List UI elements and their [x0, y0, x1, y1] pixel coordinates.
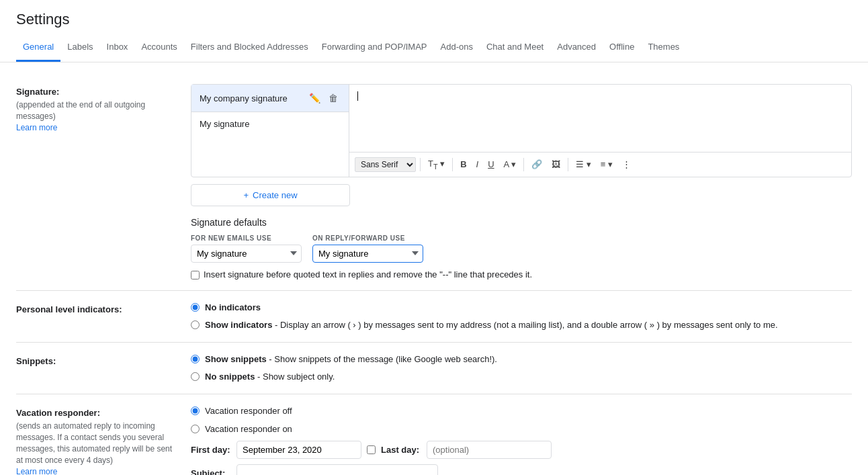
text-color-btn[interactable]: A ▾ [501, 157, 520, 171]
font-size-btn[interactable]: TT ▾ [425, 157, 448, 173]
nav-tab-offline[interactable]: Offline [603, 34, 641, 62]
nav-tab-themes[interactable]: Themes [641, 34, 686, 62]
sig-reply-group: ON REPLY/FORWARD USE My signature My com… [312, 234, 423, 263]
sig-insert-checkbox-row: Insert signature before quoted text in r… [191, 269, 852, 279]
signature-item-1-name: My company signature [200, 93, 288, 103]
link-btn[interactable]: 🔗 [528, 157, 546, 171]
bold-btn[interactable]: B [457, 157, 470, 171]
vac-on-radio[interactable] [191, 425, 200, 433]
last-day-checkbox[interactable] [367, 445, 376, 454]
no-indicators-label: No indicators [205, 302, 261, 314]
toolbar-separator-1 [420, 158, 421, 171]
nav-tab-addons[interactable]: Add-ons [434, 34, 480, 62]
sig-defaults-selects-row: FOR NEW EMAILS USE My signature My compa… [191, 234, 852, 263]
vac-off-item: Vacation responder off [191, 405, 852, 417]
snippets-row: Snippets: Show snippets - Show snippets … [16, 343, 852, 394]
align-btn[interactable]: ☰ ▾ [572, 157, 595, 171]
no-indicators-item: No indicators [191, 302, 852, 314]
nav-tab-labels[interactable]: Labels [60, 34, 99, 62]
signature-label-col: Signature: (appended at the end of all o… [16, 84, 191, 279]
last-day-input[interactable] [427, 441, 552, 459]
signature-edit-btn[interactable]: ✏️ [306, 91, 323, 105]
settings-content: Signature: (appended at the end of all o… [0, 62, 868, 475]
signature-editor: Sans Serif Serif Fixed width TT ▾ B I U … [349, 85, 851, 177]
signature-sublabel: (appended at the end of all outgoing mes… [16, 99, 177, 122]
create-new-label: Create new [253, 190, 297, 200]
underline-btn[interactable]: U [484, 157, 497, 171]
sig-insert-checkbox[interactable] [191, 271, 200, 279]
sig-new-emails-select[interactable]: My signature My company signature No sig… [191, 245, 302, 263]
sig-reply-select[interactable]: My signature My company signature No sig… [312, 245, 423, 263]
signature-learn-more[interactable]: Learn more [16, 123, 57, 132]
toolbar-separator-3 [523, 158, 524, 171]
vacation-first-day-row: First day: Last day: [191, 441, 852, 459]
editor-toolbar: Sans Serif Serif Fixed width TT ▾ B I U … [349, 152, 851, 177]
show-indicators-radio[interactable] [191, 320, 200, 329]
create-new-button[interactable]: + Create new [191, 184, 350, 206]
signature-delete-btn[interactable]: 🗑 [326, 91, 341, 105]
signature-label: Signature: [16, 87, 59, 97]
no-snippets-item: No snippets - Show subject only. [191, 371, 852, 383]
show-indicators-label: Show indicators - Display an arrow ( › )… [205, 319, 778, 331]
signature-editor-area[interactable] [349, 85, 851, 152]
no-snippets-radio[interactable] [191, 372, 200, 381]
more-btn[interactable]: ⋮ [619, 157, 634, 171]
personal-level-content: No indicators Show indicators - Display … [191, 302, 852, 331]
show-snippets-desc: - Show snippets of the message (like Goo… [267, 354, 497, 364]
personal-level-label-col: Personal level indicators: [16, 302, 191, 331]
nav-tab-accounts[interactable]: Accounts [134, 34, 183, 62]
personal-level-label: Personal level indicators: [16, 304, 122, 314]
sig-new-emails-label: FOR NEW EMAILS USE [191, 234, 302, 242]
personal-level-row: Personal level indicators: No indicators… [16, 291, 852, 343]
last-day-label: Last day: [381, 445, 421, 455]
signature-item-2[interactable]: My signature [191, 112, 349, 136]
settings-nav: GeneralLabelsInboxAccountsFilters and Bl… [0, 34, 868, 62]
toolbar-separator-4 [568, 158, 568, 171]
signature-row: Signature: (appended at the end of all o… [16, 73, 852, 291]
sig-new-emails-group: FOR NEW EMAILS USE My signature My compa… [191, 234, 302, 263]
vacation-content: Vacation responder off Vacation responde… [191, 405, 852, 475]
sig-defaults-title: Signature defaults [191, 217, 852, 228]
image-btn[interactable]: 🖼 [548, 157, 564, 171]
subject-input[interactable] [236, 464, 438, 475]
sig-reply-label: ON REPLY/FORWARD USE [312, 234, 423, 242]
vacation-sublabel: (sends an automated reply to incoming me… [16, 421, 177, 466]
nav-tab-advanced[interactable]: Advanced [550, 34, 603, 62]
toolbar-separator-2 [452, 158, 453, 171]
list-btn[interactable]: ≡ ▾ [597, 157, 616, 171]
vac-off-radio[interactable] [191, 406, 200, 415]
no-snippets-desc: - Show subject only. [255, 372, 335, 382]
signature-item-1[interactable]: My company signature ✏️ 🗑 [191, 85, 349, 112]
snippets-content: Show snippets - Show snippets of the mes… [191, 353, 852, 383]
vacation-label: Vacation responder: [16, 408, 100, 418]
sig-insert-label: Insert signature before quoted text in r… [204, 269, 532, 279]
font-family-select[interactable]: Sans Serif Serif Fixed width [355, 157, 416, 172]
vacation-options: Vacation responder off Vacation responde… [191, 405, 852, 435]
vac-on-label: Vacation responder on [205, 423, 292, 435]
nav-tab-chat[interactable]: Chat and Meet [480, 34, 550, 62]
signature-content: My company signature ✏️ 🗑 My signature [191, 84, 852, 279]
no-indicators-radio[interactable] [191, 303, 200, 312]
page-title: Settings [0, 0, 868, 34]
first-day-label: First day: [191, 445, 231, 455]
signature-item-1-actions: ✏️ 🗑 [306, 91, 341, 105]
show-indicators-item: Show indicators - Display an arrow ( › )… [191, 319, 852, 331]
vac-on-item: Vacation responder on [191, 423, 852, 435]
snippets-label-col: Snippets: [16, 353, 191, 383]
vac-off-label: Vacation responder off [205, 405, 292, 417]
subject-label: Subject: [191, 468, 231, 475]
plus-icon: + [243, 190, 249, 200]
vacation-subject-row: Subject: [191, 464, 852, 475]
nav-tab-general[interactable]: General [16, 34, 60, 62]
snippets-label: Snippets: [16, 356, 56, 366]
show-indicators-desc: - Display an arrow ( › ) by messages sen… [272, 320, 777, 330]
nav-tab-forwarding[interactable]: Forwarding and POP/IMAP [315, 34, 434, 62]
first-day-input[interactable] [236, 441, 361, 459]
nav-tab-inbox[interactable]: Inbox [100, 34, 135, 62]
signature-container: My company signature ✏️ 🗑 My signature [191, 84, 852, 177]
vacation-row: Vacation responder: (sends an automated … [16, 394, 852, 475]
vacation-learn-more[interactable]: Learn more [16, 467, 57, 475]
nav-tab-filters[interactable]: Filters and Blocked Addresses [184, 34, 315, 62]
show-snippets-radio[interactable] [191, 355, 200, 363]
italic-btn[interactable]: I [473, 157, 482, 171]
